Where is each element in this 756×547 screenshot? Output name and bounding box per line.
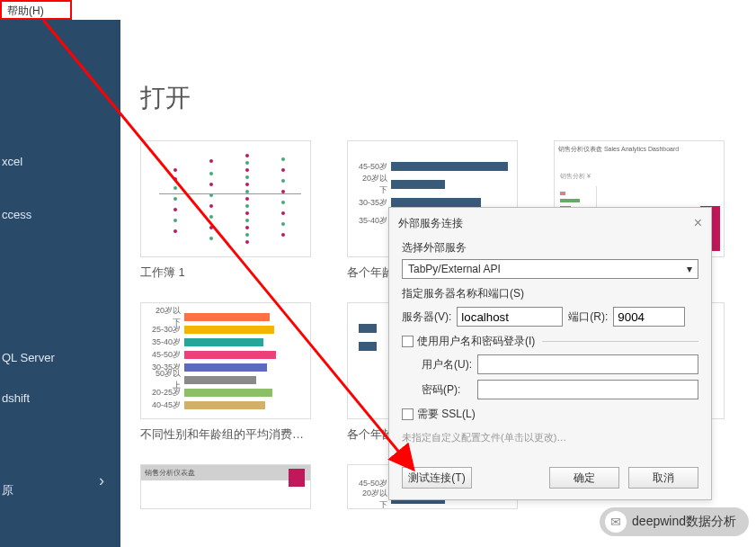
dashboard-title: 销售分析仪表盘 [141,465,310,480]
bar-label: 35-40岁 [148,336,184,348]
select-service-label: 选择外部服务 [402,240,698,256]
test-connection-button[interactable]: 测试连接(T) [402,467,472,489]
server-port-label: 指定服务器名称和端口(S) [402,286,698,301]
server-label: 服务器(V): [402,309,451,325]
wechat-watermark: ✉ deepwind数据分析 [600,507,749,536]
bar-label: 35-40岁 [355,215,391,227]
dialog-title: 外部服务连接 [398,216,463,231]
bar-label: 25-30岁 [148,324,184,336]
username-label: 用户名(U): [422,357,472,372]
port-label: 端口(R): [568,309,608,325]
bar-label: 20岁以下 [355,488,391,509]
server-input[interactable] [457,307,563,327]
bar-label: 45-50岁 [355,161,391,173]
port-input[interactable] [613,307,685,327]
external-service-dialog: 外部服务连接 × 选择外部服务 TabPy/External API 指定服务器… [388,207,712,500]
thumb-avg-spend[interactable]: 20岁以下 25-30岁 35-40岁 45-50岁 30-35岁 50岁以上 … [140,302,311,443]
bar-label: 40-45岁 [148,399,184,411]
thumb-workbook-1[interactable]: 工作簿 1 [140,140,311,281]
dashboard-title: 销售分析仪表盘 Sales Analytics Dashboard [555,141,724,157]
sidebar-item-sqlserver[interactable]: QL Server [0,342,120,373]
require-ssl-checkbox[interactable] [402,408,414,420]
bar-label: 20-25岁 [148,387,184,399]
sidebar-item-excel[interactable]: xcel [0,146,120,177]
chevron-right-icon[interactable]: › [99,471,104,490]
sidebar: xcel ccess QL Server dshift › 原 [0,20,120,547]
cancel-button[interactable]: 取消 [628,467,698,489]
bar-label: 45-50岁 [148,349,184,361]
service-select[interactable]: TabPy/External API [402,259,698,279]
bar-label: 20岁以下 [355,173,391,196]
dashboard-accent [289,469,305,487]
wechat-label: deepwind数据分析 [632,514,736,530]
use-credentials-label: 使用用户名和密码登录(I) [417,334,535,349]
password-label: 密码(P): [422,382,472,398]
password-input[interactable] [477,380,698,399]
service-select-value: TabPy/External API [408,263,501,275]
menu-help-item[interactable]: 帮助(H) [0,0,72,20]
username-input[interactable] [477,354,698,374]
bar-label: 30-35岁 [355,197,391,209]
close-icon[interactable]: × [694,215,702,231]
wechat-icon: ✉ [605,511,627,533]
thumb-dashboard-2[interactable]: 销售分析仪表盘 [140,464,311,509]
use-credentials-checkbox[interactable] [402,336,414,347]
require-ssl-label: 需要 SSL(L) [417,407,476,422]
config-note[interactable]: 未指定自定义配置文件(单击以更改)… [402,431,698,444]
thumb-caption: 工作簿 1 [140,265,311,281]
thumb-caption: 不同性别和年龄组的平均消费仪… [140,426,311,443]
ok-button[interactable]: 确定 [549,467,619,489]
page-title: 打开 [140,81,191,115]
sidebar-item-redshift[interactable]: dshift [0,382,120,414]
sidebar-item-access[interactable]: ccess [0,199,120,230]
